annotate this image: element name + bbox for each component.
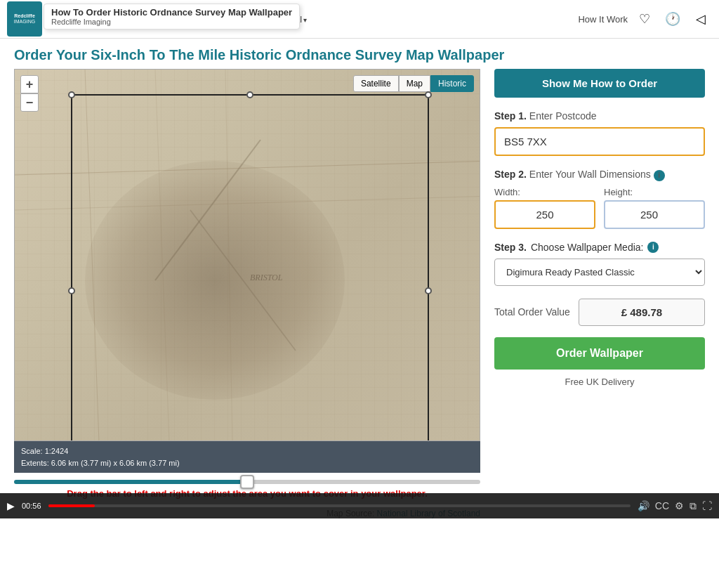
height-input[interactable] [604,200,705,229]
scale-text: Scale: 1:2424 [21,445,473,457]
share-button[interactable]: ◁ [690,8,712,30]
handle-top-right[interactable] [425,91,432,98]
postcode-input[interactable] [494,127,705,156]
clock-button[interactable]: 🕐 [661,8,684,30]
page-title: Order Your Six-Inch To The Mile Historic… [0,39,719,69]
slider-thumb[interactable] [240,475,254,489]
video-time: 00:56 [22,502,41,510]
handle-mid-right[interactable] [425,287,432,294]
total-row: Total Order Value £ 489.78 [494,299,705,326]
heart-button[interactable]: ♡ [633,8,656,30]
tooltip-sub: Redcliffe Imaging [51,18,292,26]
width-input[interactable] [494,200,595,229]
tooltip-title: How To Order Historic Ordnance Survey Ma… [51,7,292,18]
step2-info-icon: i [654,170,665,181]
right-panel: Show Me How to Order Step 1. Enter Postc… [494,69,705,518]
height-group: Height: [604,187,705,229]
delivery-text: Free UK Delivery [494,377,705,387]
total-value: £ 489.78 [579,299,705,326]
dimensions-row: Width: Height: [494,187,705,229]
video-progress-bar[interactable] [48,504,631,507]
map-container: BRISTOL + − Satellite Map Historic [14,69,480,518]
map-wrapper[interactable]: BRISTOL + − Satellite Map Historic [14,69,480,441]
width-label: Width: [494,187,595,197]
video-icons: 🔊 CC ⚙ ⧉ ⛶ [638,500,712,512]
step1-label: Step 1. Enter Postcode [494,110,705,122]
extents-text: Extents: 6.06 km (3.77 mi) x 6.06 km (3.… [21,457,473,469]
logo-text2: IMAGING [14,19,35,25]
fullscreen-icon[interactable]: ⛶ [702,500,712,511]
map-type-satellite[interactable]: Satellite [353,75,399,92]
step2-label: Step 2. Enter Your Wall Dimensions i [494,169,705,181]
how-it-works-link[interactable]: How It Work [578,14,628,25]
order-button[interactable]: Order Wallpaper [494,337,705,370]
height-label: Height: [604,187,705,197]
total-label: Total Order Value [494,306,570,318]
main-content: BRISTOL + − Satellite Map Historic [0,69,719,518]
map-type-historic[interactable]: Historic [430,75,474,92]
zoom-out-button[interactable]: − [20,93,39,112]
step3-label: Step 3. Choose Wallpaper Media: i [494,242,705,253]
map-selection-box [71,94,429,441]
show-how-button[interactable]: Show Me How to Order [494,69,705,98]
header: Redcliffe IMAGING How To Order Historic … [0,0,719,39]
map-type-map[interactable]: Map [399,75,430,92]
step3-row: Step 3. Choose Wallpaper Media: i Digimu… [494,242,705,286]
handle-top-left[interactable] [68,91,75,98]
map-scale-info: Scale: 1:2424 Extents: 6.06 km (3.77 mi)… [14,441,480,473]
step3-info-icon: i [647,242,659,253]
zoom-in-button[interactable]: + [20,75,39,93]
volume-icon[interactable]: 🔊 [638,500,649,511]
tooltip-bubble: How To Order Historic Ordnance Survey Ma… [44,4,300,30]
map-zoom-controls: + − [20,75,39,112]
logo: Redcliffe IMAGING [7,1,42,37]
settings-icon[interactable]: ⚙ [675,500,684,511]
handle-mid-left[interactable] [68,287,75,294]
header-right: How It Work ♡ 🕐 ◁ [578,8,712,30]
pip-icon[interactable]: ⧉ [690,500,697,512]
media-select[interactable]: Digimura Ready Pasted ClassicOption 2Opt… [494,259,705,286]
logo-text1: Redcliffe [14,13,35,19]
video-progress-fill [48,504,95,507]
video-bar: ▶ 00:56 🔊 CC ⚙ ⧉ ⛶ [0,493,719,518]
play-button[interactable]: ▶ [7,500,15,511]
slider-track[interactable] [14,480,480,484]
captions-icon[interactable]: CC [655,500,669,511]
handle-top-mid[interactable] [246,91,253,98]
width-group: Width: [494,187,595,229]
map-type-buttons: Satellite Map Historic [353,75,474,92]
